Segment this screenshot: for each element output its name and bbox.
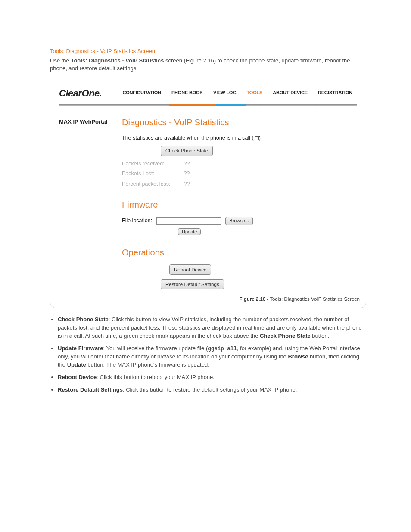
check-phone-state-button[interactable]: Check Phone State <box>161 146 213 156</box>
bullet-body-3: : Click this button to reboot your MAX I… <box>97 374 215 380</box>
bullet-tail-1: button. <box>311 333 329 339</box>
nav-registration[interactable]: REGISTRATION <box>318 90 352 96</box>
accent-bar-orange <box>169 104 216 106</box>
figure-caption: Figure 2.16 - Tools: Diagnostics VoIP St… <box>50 293 366 303</box>
file-location-row: File location: Browse... <box>122 217 357 225</box>
file-location-label: File location: <box>122 217 152 225</box>
portal-main-content: Diagnostics - VoIP Statistics The statis… <box>122 116 357 290</box>
divider-bar <box>59 104 357 106</box>
packets-received-value: ?? <box>184 161 190 167</box>
phone-state-checkbox <box>255 136 259 140</box>
section-divider-2 <box>122 242 357 242</box>
portal-topbar: ClearOne. CONFIGURATION PHONE BOOK VIEW … <box>50 81 366 100</box>
reboot-device-button[interactable]: Reboot Device <box>169 264 211 275</box>
diagnostics-heading: Diagnostics - VoIP Statistics <box>122 116 357 128</box>
nav-tools[interactable]: TOOLS <box>247 90 263 96</box>
browse-button[interactable]: Browse... <box>225 217 253 225</box>
intro-paragraph: Use the Tools: Diagnostics - VoIP Statis… <box>50 57 366 72</box>
section-title: Tools: Diagnostics - VoIP Statistics Scr… <box>50 47 366 55</box>
portal-nav: CONFIGURATION PHONE BOOK VIEW LOG TOOLS … <box>122 87 352 96</box>
intro-prefix: Use the <box>50 57 71 64</box>
stats-availability-note: The statistics are available when the ph… <box>122 134 357 142</box>
bullet-update-firmware: Update Firmware: You will receive the fi… <box>58 345 366 369</box>
bullet-bold2-2: Browse <box>288 353 308 360</box>
bullet-bold3-2: Update <box>67 361 86 368</box>
accent-bar-blue <box>216 104 246 106</box>
bullet-code-2: ggsip_all <box>208 346 237 352</box>
figure-caption-text: - Tools: Diagnostics VoIP Statistics Scr… <box>265 296 360 302</box>
restore-default-settings-button[interactable]: Restore Default Settings <box>161 279 224 289</box>
firmware-heading: Firmware <box>122 199 357 211</box>
figure-number: Figure 2.16 <box>239 296 265 302</box>
nav-configuration[interactable]: CONFIGURATION <box>122 90 161 96</box>
intro-bold: Tools: Diagnostics - VoIP Statistics <box>71 57 164 64</box>
file-location-input[interactable] <box>156 217 221 225</box>
bullet-tail-2: button. The MAX IP phone's firmware is u… <box>86 361 209 368</box>
percent-packet-loss-label: Percent packet loss: <box>122 180 182 188</box>
bullet-lead-1: Check Phone State <box>58 316 109 323</box>
web-portal-screenshot: ClearOne. CONFIGURATION PHONE BOOK VIEW … <box>50 81 366 308</box>
packets-lost-label: Packets Lost: <box>122 170 182 178</box>
bullet-bold2-1: Check Phone State <box>260 333 311 339</box>
bullet-check-phone-state: Check Phone State: Click this button to … <box>58 316 366 340</box>
operations-heading: Operations <box>122 246 357 258</box>
bullet-body-2: : You will receive the firmware update f… <box>103 345 208 352</box>
note-prefix: The statistics are available when the ph… <box>122 135 254 141</box>
nav-phone-book[interactable]: PHONE BOOK <box>171 90 203 96</box>
bullet-restore-default: Restore Default Settings: Click this but… <box>58 386 366 394</box>
portal-sidebar-title: MAX IP WebPortal <box>59 116 122 290</box>
packets-received-label: Packets received: <box>122 160 182 168</box>
feature-bullet-list: Check Phone State: Click this button to … <box>50 316 366 394</box>
clearone-logo: ClearOne. <box>59 87 102 100</box>
nav-view-log[interactable]: VIEW LOG <box>213 90 236 96</box>
packets-lost-value: ?? <box>184 171 190 177</box>
bullet-body-4: : Click this button to restore the defau… <box>123 386 297 393</box>
bullet-reboot-device: Reboot Device: Click this button to rebo… <box>58 373 366 382</box>
update-button[interactable]: Update <box>178 228 201 235</box>
percent-packet-loss-value: ?? <box>184 181 190 187</box>
bullet-lead-3: Reboot Device <box>58 374 97 380</box>
voip-statistics: Packets received: ?? Packets Lost: ?? Pe… <box>122 160 357 188</box>
bullet-lead-4: Restore Default Settings <box>58 386 123 393</box>
section-divider <box>122 194 357 194</box>
bullet-lead-2: Update Firmware <box>58 345 103 352</box>
note-suffix: ) <box>259 135 261 141</box>
nav-about-device[interactable]: ABOUT DEVICE <box>273 90 308 96</box>
